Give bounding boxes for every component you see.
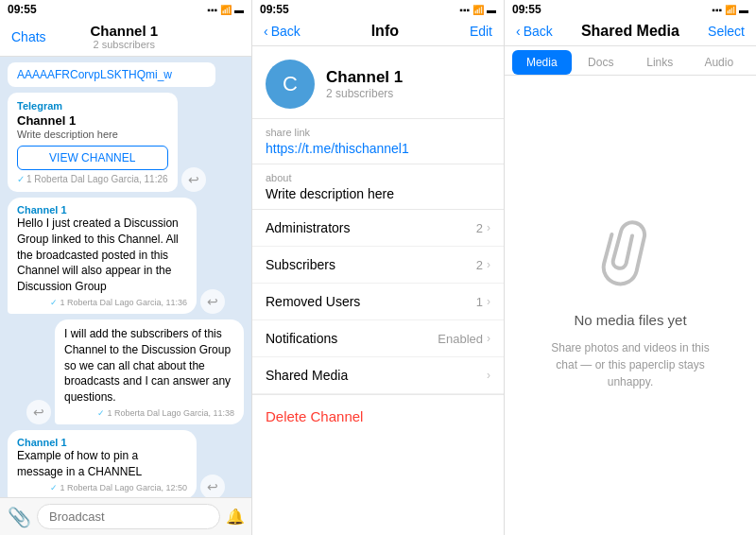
checkmark-1: ✓ bbox=[50, 298, 58, 307]
wifi-icon-2: 📶 bbox=[472, 5, 484, 15]
signal-icon-3: ▪▪▪ bbox=[712, 5, 722, 15]
status-icons-media: ▪▪▪ 📶 ▬ bbox=[712, 5, 748, 15]
chat-input-bar: 📎 🔔 🎤 bbox=[0, 497, 251, 535]
msg-subscribers-bubble: I will add the subscribers of this Chann… bbox=[55, 319, 244, 424]
about-label: about bbox=[266, 172, 490, 183]
row-right-admins: 2 › bbox=[476, 221, 490, 235]
info-profile: C Channel 1 2 subscribers bbox=[252, 46, 504, 118]
info-rows: Administrators 2 › Subscribers 2 › Remov… bbox=[252, 209, 504, 394]
share-link-value[interactable]: https://t.me/thischannel1 bbox=[266, 141, 490, 156]
signal-icon-2: ▪▪▪ bbox=[459, 5, 470, 15]
paperclip-icon bbox=[582, 210, 679, 312]
info-avatar: C bbox=[266, 60, 315, 109]
tab-links[interactable]: Links bbox=[630, 50, 690, 75]
media-empty-desc: Share photos and videos in this chat — o… bbox=[545, 339, 715, 390]
info-row-removed[interactable]: Removed Users 1 › bbox=[252, 284, 504, 320]
channel-card-name: Channel 1 bbox=[17, 113, 168, 128]
delete-channel-button[interactable]: Delete Channel bbox=[266, 408, 363, 424]
info-row-notifications[interactable]: Notifications Enabled › bbox=[252, 320, 504, 357]
row-label-subscribers: Subscribers bbox=[266, 257, 335, 272]
chevron-removed: › bbox=[487, 295, 490, 308]
msg-pin-bubble: Channel 1 Example of how to pin a messag… bbox=[8, 430, 197, 497]
tab-media[interactable]: Media bbox=[512, 50, 572, 75]
msg-sender-1: Channel 1 bbox=[17, 204, 187, 216]
msg-meta-1: ✓ 1 Roberta Dal Lago Garcia, 11:36 bbox=[17, 298, 187, 307]
status-time-chat: 09:55 bbox=[8, 3, 37, 16]
row-label-removed: Removed Users bbox=[266, 294, 360, 309]
forward-button-4[interactable]: ↩ bbox=[200, 475, 225, 497]
battery-icon: ▬ bbox=[234, 5, 244, 15]
checkmark-2: ✓ bbox=[97, 408, 105, 418]
info-subscribers: 2 subscribers bbox=[326, 87, 403, 100]
tab-docs[interactable]: Docs bbox=[572, 50, 631, 75]
battery-icon-2: ▬ bbox=[487, 5, 496, 15]
row-value-subscribers: 2 bbox=[476, 258, 483, 272]
battery-icon-3: ▬ bbox=[739, 5, 748, 15]
row-right-notifications: Enabled › bbox=[438, 332, 490, 346]
forward-button-1[interactable]: ↩ bbox=[181, 167, 206, 192]
signal-icon: ▪▪▪ bbox=[207, 5, 217, 15]
share-link-label: share link bbox=[266, 127, 490, 138]
status-time-info: 09:55 bbox=[260, 3, 289, 16]
view-channel-button[interactable]: VIEW CHANNEL bbox=[17, 146, 168, 170]
wifi-icon-3: 📶 bbox=[725, 5, 736, 15]
forward-button-3[interactable]: ↩ bbox=[26, 400, 51, 424]
row-value-notifications: Enabled bbox=[438, 332, 483, 346]
media-panel: 09:55 ▪▪▪ 📶 ▬ ‹ Back Shared Media Select… bbox=[505, 0, 756, 535]
edit-button[interactable]: Edit bbox=[470, 24, 492, 39]
row-label-admins: Administrators bbox=[266, 220, 350, 235]
info-about: about Write description here bbox=[252, 164, 504, 209]
channel-card: Telegram Channel 1 Write description her… bbox=[8, 93, 178, 192]
chevron-shared-media: › bbox=[487, 369, 490, 382]
row-value-removed: 1 bbox=[476, 295, 483, 309]
bell-icon[interactable]: 🔔 bbox=[226, 508, 245, 526]
media-empty-title: No media files yet bbox=[574, 312, 686, 328]
msg-discussion-bubble: Channel 1 Hello I just created a Discuss… bbox=[8, 198, 197, 314]
back-media-button[interactable]: ‹ Back bbox=[516, 24, 553, 39]
info-row-shared-media[interactable]: Shared Media › bbox=[252, 357, 504, 394]
forward-button-2[interactable]: ↩ bbox=[200, 289, 225, 314]
row-label-shared-media: Shared Media bbox=[266, 368, 348, 383]
chevron-subscribers: › bbox=[487, 258, 490, 271]
msg-subscribers-wrapper: I will add the subscribers of this Chann… bbox=[8, 319, 244, 424]
chevron-admins: › bbox=[487, 221, 490, 234]
info-share-link: share link https://t.me/thischannel1 bbox=[252, 118, 504, 164]
channel-card-desc: Write description here bbox=[17, 129, 168, 140]
chat-subtitle: 2 subscribers bbox=[90, 39, 158, 50]
info-body: C Channel 1 2 subscribers share link htt… bbox=[252, 46, 504, 535]
wifi-icon: 📶 bbox=[220, 5, 232, 15]
info-row-admins[interactable]: Administrators 2 › bbox=[252, 210, 504, 247]
msg-text-1: Hello I just created a Discussion Group … bbox=[17, 216, 187, 295]
back-chats-button[interactable]: Chats bbox=[11, 29, 46, 44]
attach-icon[interactable]: 📎 bbox=[8, 506, 31, 528]
status-bar-media: 09:55 ▪▪▪ 📶 ▬ bbox=[505, 0, 756, 19]
broadcast-input[interactable] bbox=[37, 504, 220, 529]
checkmark-4: ✓ bbox=[50, 483, 58, 492]
row-value-admins: 2 bbox=[476, 221, 483, 235]
status-time-media: 09:55 bbox=[512, 3, 541, 16]
msg-meta-2: ✓ 1 Roberta Dal Lago Garcia, 11:38 bbox=[64, 408, 234, 418]
info-panel: 09:55 ▪▪▪ 📶 ▬ ‹ Back Info Edit C Channel… bbox=[252, 0, 505, 535]
channel-card-wrapper: Telegram Channel 1 Write description her… bbox=[8, 93, 244, 192]
info-row-subscribers[interactable]: Subscribers 2 › bbox=[252, 247, 504, 284]
select-button[interactable]: Select bbox=[708, 24, 745, 39]
chevron-notifications: › bbox=[487, 332, 490, 345]
tab-audio[interactable]: Audio bbox=[690, 50, 749, 75]
media-title: Shared Media bbox=[581, 23, 679, 40]
channel-card-label: Telegram bbox=[17, 100, 168, 112]
back-info-button[interactable]: ‹ Back bbox=[264, 24, 301, 39]
chat-title: Channel 1 bbox=[90, 23, 158, 39]
info-channel-name: Channel 1 bbox=[326, 68, 403, 87]
msg-pin-wrapper: Channel 1 Example of how to pin a messag… bbox=[8, 430, 244, 497]
status-bar-info: 09:55 ▪▪▪ 📶 ▬ bbox=[252, 0, 504, 19]
info-delete: Delete Channel bbox=[252, 394, 504, 439]
media-header: ‹ Back Shared Media Select bbox=[505, 19, 756, 46]
status-icons-chat: ▪▪▪ 📶 ▬ bbox=[207, 5, 244, 15]
msg-text-4: Example of how to pin a message in a CHA… bbox=[17, 448, 187, 480]
msg-sender-4: Channel 1 bbox=[17, 437, 187, 448]
info-profile-text: Channel 1 2 subscribers bbox=[326, 68, 403, 100]
row-right-subscribers: 2 › bbox=[476, 258, 490, 272]
msg-discussion-wrapper: Channel 1 Hello I just created a Discuss… bbox=[8, 198, 244, 314]
info-header: ‹ Back Info Edit bbox=[252, 19, 504, 46]
row-label-notifications: Notifications bbox=[266, 331, 337, 346]
